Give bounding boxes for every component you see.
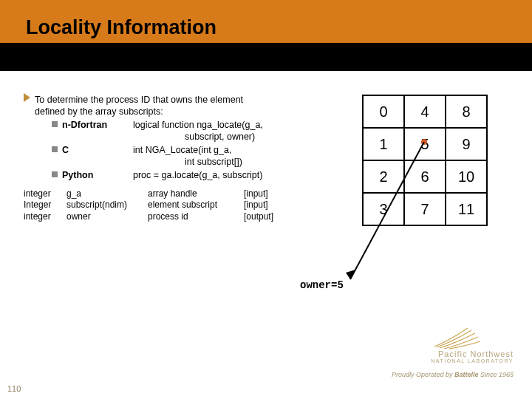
grid-cell: 10 bbox=[446, 160, 487, 193]
param-name: owner bbox=[66, 211, 148, 222]
param-io: [output] bbox=[244, 211, 288, 222]
lang-fortran: n-Dfortran logical function nga_locate(g… bbox=[52, 119, 341, 143]
python-sig: proc = ga.locate(g_a, subscript) bbox=[133, 170, 262, 180]
lang-python: Python proc = ga.locate(g_a, subscript) bbox=[52, 169, 341, 181]
param-desc: array handle bbox=[148, 188, 244, 200]
page-number: 110 bbox=[7, 384, 21, 393]
content-area: To determine the process ID that owns th… bbox=[24, 93, 341, 222]
footer-suffix: Since 1965 bbox=[478, 371, 514, 378]
footer-bold: Battelle bbox=[454, 371, 479, 378]
param-io: [input] bbox=[244, 200, 288, 211]
grid-cell: 8 bbox=[446, 95, 487, 128]
grid-cell: 9 bbox=[446, 128, 487, 160]
square-bullet-icon bbox=[52, 146, 58, 152]
footer-brand: Pacific Northwest NATIONAL LABORATORY bbox=[431, 324, 514, 364]
svg-line-0 bbox=[350, 142, 424, 279]
fortran-sig-b: subscript, owner) bbox=[133, 132, 255, 142]
params-table: integer Integer integer g_a subscript(nd… bbox=[24, 188, 341, 222]
starburst-logo-icon bbox=[431, 324, 482, 349]
bullet-arrow-icon bbox=[24, 93, 30, 102]
owner-label: owner=5 bbox=[300, 279, 344, 291]
param-name: g_a bbox=[66, 188, 148, 200]
main-bullet: To determine the process ID that owns th… bbox=[24, 93, 341, 117]
param-type: integer bbox=[24, 211, 66, 222]
main-bullet-line2: defined by the array subscripts: bbox=[35, 106, 163, 117]
slide-title: Locality Information bbox=[26, 16, 216, 39]
square-bullet-icon bbox=[52, 121, 58, 127]
c-sig-b: int subscript[]) bbox=[133, 157, 242, 167]
param-type: integer bbox=[24, 188, 66, 200]
slide-root: Locality Information To determine the pr… bbox=[0, 0, 532, 399]
pointer-arrow-icon bbox=[341, 142, 430, 290]
lang-name-python: Python bbox=[62, 170, 93, 180]
footer-prefix: Proudly Operated by bbox=[392, 371, 454, 378]
grid-cell: 4 bbox=[404, 95, 446, 128]
fortran-sig-a: logical function nga_locate(g_a, bbox=[133, 120, 263, 130]
param-io: [input] bbox=[244, 188, 288, 200]
param-type: Integer bbox=[24, 200, 66, 211]
param-desc: process id bbox=[148, 211, 244, 222]
grid-cell: 11 bbox=[446, 193, 487, 225]
lang-c: C int NGA_Locate(int g_a, int subscript[… bbox=[52, 144, 341, 168]
title-black-strip bbox=[0, 43, 532, 71]
square-bullet-icon bbox=[52, 171, 58, 177]
param-name: subscript(ndim) bbox=[66, 200, 148, 211]
param-desc: element subscript bbox=[148, 200, 244, 211]
c-sig-a: int NGA_Locate(int g_a, bbox=[133, 145, 231, 155]
main-bullet-line1: To determine the process ID that owns th… bbox=[35, 95, 243, 105]
svg-marker-1 bbox=[346, 270, 355, 279]
brand-name: Pacific Northwest bbox=[431, 349, 514, 358]
footer-tagline: Proudly Operated by Battelle Since 1965 bbox=[392, 371, 514, 378]
grid-cell: 0 bbox=[363, 95, 404, 128]
brand-sub: NATIONAL LABORATORY bbox=[431, 358, 514, 364]
lang-name-fortran: n-Dfortran bbox=[62, 120, 107, 130]
lang-name-c: C bbox=[62, 145, 69, 155]
